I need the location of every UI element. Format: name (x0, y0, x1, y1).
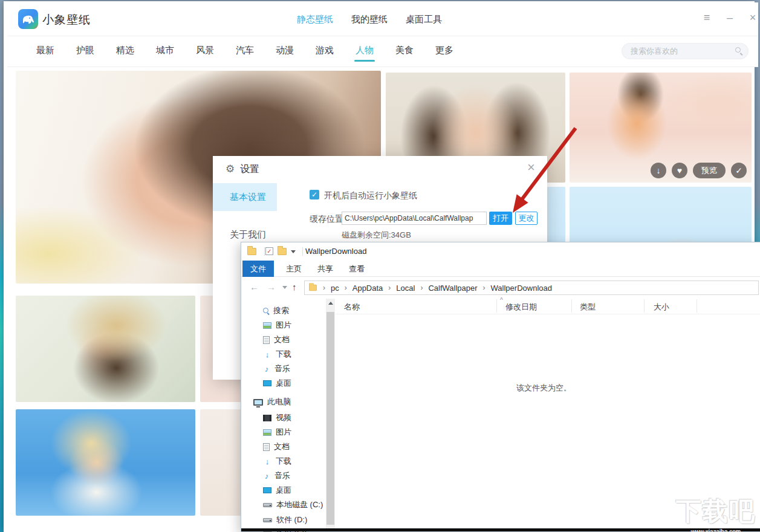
breadcrumb-calfwallpaper[interactable]: CalfWallpaper (428, 284, 477, 293)
nav-tab-static-wallpaper[interactable]: 静态壁纸 (297, 14, 333, 25)
sidebar-item-videos[interactable]: 视频 (241, 410, 326, 425)
chevron-icon: › (483, 284, 486, 292)
chevron-icon: › (388, 284, 391, 292)
search-box (622, 43, 749, 59)
settings-close-icon[interactable]: × (527, 160, 535, 175)
history-dropdown-icon[interactable] (282, 286, 287, 289)
nav-tab-my-wallpaper[interactable]: 我的壁纸 (351, 14, 388, 25)
category-cars[interactable]: 汽车 (225, 36, 265, 64)
sidebar-item-music[interactable]: ♪ 音乐 (241, 362, 326, 376)
open-button[interactable]: 打开 (489, 212, 512, 225)
ribbon-tab-home[interactable]: 主页 (281, 261, 307, 277)
computer-icon (253, 399, 263, 406)
breadcrumb-local[interactable]: Local (396, 284, 415, 293)
wallpaper-thumbnail-top-right[interactable]: ↓ ♥ 预览 ✓ (570, 73, 752, 183)
column-divider[interactable] (644, 299, 645, 313)
sidebar-item-pictures-pc[interactable]: 图片 (241, 425, 326, 440)
breadcrumb-appdata[interactable]: AppData (352, 284, 383, 293)
sidebar-item-this-pc[interactable]: 此电脑 (241, 395, 326, 409)
column-type[interactable]: 类型 (580, 302, 596, 313)
change-button[interactable]: 更改 (515, 212, 538, 225)
category-anime[interactable]: 动漫 (265, 36, 305, 64)
category-featured[interactable]: 精选 (105, 36, 145, 64)
chevron-icon: › (323, 284, 325, 292)
folder-icon (247, 248, 256, 255)
sidebar-item-downloads[interactable]: ↓ 下载 (241, 347, 326, 362)
category-eyecare[interactable]: 护眼 (65, 36, 105, 64)
column-date-modified[interactable]: 修改日期 (505, 302, 537, 313)
quick-access-check-icon[interactable]: ✓ (265, 247, 273, 255)
folder-icon[interactable] (278, 248, 287, 255)
apply-check-icon[interactable]: ✓ (731, 163, 747, 178)
category-people[interactable]: 人物 (345, 36, 385, 64)
chevron-down-icon[interactable] (291, 250, 296, 253)
address-bar[interactable]: › pc › AppData › Local › CalfWallpaper ›… (304, 281, 759, 295)
ribbon-tab-file[interactable]: 文件 (242, 261, 274, 277)
sidebar-item-music-pc[interactable]: ♪ 音乐 (241, 469, 326, 483)
category-more[interactable]: 更多 (424, 36, 464, 64)
sidebar-item-drive-d[interactable]: 软件 (D:) (241, 513, 326, 527)
settings-tab-basic[interactable]: 基本设置 (213, 183, 277, 211)
category-city[interactable]: 城市 (145, 36, 185, 64)
pictures-icon (263, 429, 271, 436)
column-size[interactable]: 大小 (654, 302, 669, 313)
explorer-main: 搜索 图片 文档 ↓ 下载 ♪ 音乐 桌面 此电脑 视频 (241, 298, 760, 530)
search-input[interactable] (631, 44, 727, 58)
forward-icon[interactable]: → (267, 282, 276, 292)
ribbon-tab-share[interactable]: 共享 (313, 261, 338, 277)
category-food[interactable]: 美食 (385, 36, 424, 64)
column-divider[interactable] (571, 299, 572, 313)
breadcrumb-wallperdownload[interactable]: WallperDownload (491, 284, 552, 293)
sidebar-scrollbar[interactable] (326, 299, 335, 529)
file-explorer-window: ✓ WallperDownload 文件 主页 共享 查看 ← → ↑ › pc… (241, 242, 760, 532)
download-icon[interactable]: ↓ (651, 163, 666, 178)
app-logo-elephant-icon (18, 9, 38, 29)
favorite-heart-icon[interactable]: ♥ (672, 163, 687, 178)
category-latest[interactable]: 最新 (25, 36, 65, 64)
drive-icon (263, 518, 272, 522)
minimize-icon[interactable]: – (724, 11, 735, 24)
sidebar-item-desktop[interactable]: 桌面 (241, 376, 326, 391)
up-icon[interactable]: ↑ (292, 282, 297, 292)
window-controls: ≡ – × (701, 11, 758, 24)
breadcrumb-pc[interactable]: pc (331, 284, 339, 293)
category-games[interactable]: 游戏 (305, 36, 345, 64)
explorer-titlebar: ✓ WallperDownload (241, 242, 760, 261)
nav-tab-desktop-tools[interactable]: 桌面工具 (406, 14, 442, 25)
menu-icon[interactable]: ≡ (701, 11, 712, 24)
disk-space-text: 磁盘剩余空间:34GB (342, 230, 411, 241)
close-icon[interactable]: × (747, 11, 758, 24)
desktop-icon (263, 487, 271, 493)
cache-path-input[interactable] (342, 212, 487, 225)
column-divider[interactable] (697, 299, 697, 313)
videos-icon (263, 415, 271, 421)
wallpaper-thumbnail-row2-left[interactable] (16, 296, 195, 402)
search-icon[interactable] (735, 47, 741, 53)
column-divider[interactable] (496, 299, 497, 313)
back-icon[interactable]: ← (250, 282, 259, 292)
documents-icon (263, 443, 270, 451)
category-scenery[interactable]: 风景 (185, 36, 225, 64)
pictures-icon (263, 322, 271, 329)
sidebar-item-drive-c[interactable]: 本地磁盘 (C:) (241, 498, 326, 512)
ribbon-tab-view[interactable]: 查看 (344, 261, 369, 277)
category-items: 最新 护眼 精选 城市 风景 汽车 动漫 游戏 人物 美食 更多 (25, 36, 464, 64)
wallpaper-thumbnail-row3-left[interactable] (16, 409, 195, 516)
thumbnail-hover-actions: ↓ ♥ 预览 ✓ (651, 163, 747, 178)
sidebar-item-search[interactable]: 搜索 (241, 303, 326, 318)
music-icon: ♪ (263, 365, 270, 374)
drive-icon (263, 503, 272, 507)
sidebar-item-documents-pc[interactable]: 文档 (241, 440, 326, 454)
autorun-checkbox[interactable]: ✓ (310, 190, 319, 199)
scrollbar-thumb[interactable] (326, 312, 334, 525)
scroll-up-icon[interactable] (328, 302, 333, 305)
folder-icon (309, 285, 317, 291)
sidebar-item-downloads-pc[interactable]: ↓ 下载 (241, 454, 326, 469)
app-header: 小象壁纸 静态壁纸 我的壁纸 桌面工具 ≡ – × (7, 2, 758, 36)
sidebar-item-desktop-pc[interactable]: 桌面 (241, 483, 326, 498)
gear-icon: ⚙ (226, 163, 235, 175)
sidebar-item-pictures[interactable]: 图片 (241, 318, 326, 332)
sidebar-item-documents[interactable]: 文档 (241, 332, 326, 347)
preview-button[interactable]: 预览 (693, 163, 726, 178)
column-name[interactable]: 名称 (344, 302, 360, 313)
